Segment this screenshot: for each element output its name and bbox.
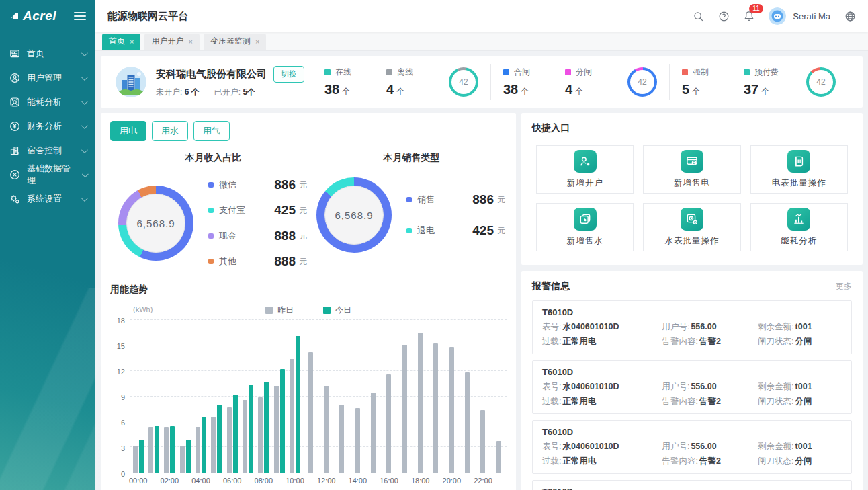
tile-electric-meter-batch[interactable]: 电表批量操作 [750,145,848,194]
sidebar-item-system-settings[interactable]: 系统设置 [0,187,95,211]
alarm-card[interactable]: T6010D 表号:水040601010D 用户号:556.00 剩余金额:t0… [532,420,852,474]
user-add-icon [574,150,597,173]
user-name[interactable]: Serati Ma [793,11,830,22]
help-icon[interactable] [718,10,730,22]
legend-item: 支付宝425元 [208,203,307,218]
sidebar-item-label: 系统设置 [27,193,62,205]
tile-sell-electricity[interactable]: 新增售电 [643,145,740,194]
alarm-field-balance: 剩余金额:t001 [758,441,842,452]
sidebar-item-label: 用户管理 [27,72,62,84]
legend-item: 微信886元 [208,177,307,192]
tab-close-icon[interactable]: × [255,38,259,46]
chevron-down-icon [81,74,88,81]
sidebar-item-label: 财务分析 [27,120,62,132]
legend-color-dot [406,228,412,233]
sidebar-item-finance-analysis[interactable]: 财务分析 [0,114,95,138]
sidebar-item-home[interactable]: 首页 [0,42,95,66]
alarm-device-id: T6010D [542,307,842,317]
tab-close-icon[interactable]: × [130,38,134,46]
tab-gas[interactable]: 用气 [193,121,230,141]
alarm-field-user-no: 用户号:556.00 [662,321,758,333]
logo-text: Acrel [23,9,56,24]
stat-forced: 强制 5个 [682,67,744,97]
base-data-icon [9,169,20,180]
alarm-panel: 报警信息 更多 T6010D 表号:水040601010D 用户号:556.00… [521,271,863,490]
stat-closed: 合闸 38个 [503,67,565,97]
tab-water[interactable]: 用水 [152,121,188,141]
alarm-field-user-no: 用户号:556.00 [662,441,758,452]
stat-prepaid: 预付费 37个 [744,67,806,97]
tab-electricity[interactable]: 用电 [110,121,146,141]
tab-close-icon[interactable]: × [188,38,192,46]
sidebar-item-base-data[interactable]: 基础数据管理 [0,163,95,187]
legend-color-square [503,69,509,75]
alarm-field-overload: 过载:正常用电 [542,336,662,348]
chevron-down-icon [81,171,88,177]
sidebar-item-user-management[interactable]: 用户管理 [0,66,95,90]
alarm-field-switch-state: 闸刀状态:分闸 [758,396,842,407]
x-axis-labels: 00:0002:0004:0006:0008:0010:0012:0014:00… [130,473,507,487]
tab-home[interactable]: 首页 × [102,34,140,50]
logo-row: Acrel [0,0,95,32]
dashboard-icon [9,48,20,59]
tile-energy-analysis[interactable]: 能耗分析 [750,203,848,251]
online-ratio-donut: 42 [449,67,478,97]
tile-water-meter-batch[interactable]: 水表批量操作 [643,203,740,251]
chevron-down-icon [81,122,88,129]
quick-entry-tiles: 新增开户 新增售电 [532,142,852,255]
y-axis-labels: 0369121518 [110,320,130,473]
legend-color-dot [208,182,214,188]
alarm-field-overload: 过载:正常用电 [542,456,662,467]
monthly-income-chart: 本月收入占比 6,568.9 微信886元 支付宝425元 现金888元 其他8… [110,152,308,269]
company-info: 安科瑞电气股份有限公司 切换 未开户: 6 个 已开户: 5个 [156,66,304,98]
more-link[interactable]: 更多 [836,281,852,292]
legend-yesterday[interactable]: 昨日 [265,304,294,316]
alarm-card[interactable]: T6010D 表号:水040601010D 用户号:556.00 剩余金额:t0… [532,300,852,354]
alarm-field-meter-no: 表号:水040601010D [542,381,662,393]
alarm-field-content: 告警内容:告警2 [662,336,758,348]
sidebar-item-label: 首页 [27,48,44,60]
finance-icon [9,121,20,132]
alarm-device-id: T6010D [542,367,842,377]
alarm-field-meter-no: 表号:水040601010D [542,321,662,333]
alarm-field-overload: 过载:正常用电 [542,396,662,407]
page-title: 能源物联网云平台 [107,10,188,23]
switch-ratio-donut: 42 [627,67,657,97]
gear-icon [9,194,20,204]
stat-open: 分闸 4个 [565,67,627,97]
trend-chart-title: 用能趋势 [110,284,507,296]
prepaid-ratio-donut: 42 [806,67,836,97]
opened-stat: 已开户: 5个 [214,87,255,98]
tile-new-account[interactable]: 新增开户 [536,145,634,194]
chart-title: 本月销售类型 [316,152,507,164]
sidebar: Acrel 首页 用户管理 能耗分析 [0,0,95,490]
alarm-device-id: T6010D [542,427,842,437]
income-donut: 6,568.9 [118,186,193,261]
language-globe-icon[interactable] [844,10,856,22]
alarm-field-switch-state: 闸刀状态:分闸 [758,456,842,467]
legend-color-square [265,307,273,314]
tab-user-open-account[interactable]: 用户开户 × [144,34,199,50]
avatar[interactable] [769,7,786,25]
alarm-field-balance: 剩余金额:t001 [758,321,842,333]
sidebar-item-dorm-control[interactable]: 宿舍控制 [0,138,95,163]
alarm-device-id: T6010D [542,487,842,490]
alarm-card[interactable]: T6010D 表号:水040601010D 用户号:556.00 剩余金额:t0… [532,360,852,414]
tile-sell-water[interactable]: 新增售水 [536,203,634,251]
company-avatar [116,67,146,97]
energy-analysis-icon [787,208,810,231]
sidebar-item-energy-analysis[interactable]: 能耗分析 [0,90,95,114]
notifications-bell-icon[interactable]: 11 [743,10,755,22]
legend-item: 其他888元 [208,254,307,269]
chevron-down-icon [81,195,88,202]
online-offline-section: 在线 38个 离线 4个 42 [312,67,490,97]
switch-company-button[interactable]: 切换 [273,66,304,83]
alarm-card[interactable]: T6010D 表号:水040601010D 用户号:556.00 剩余金额:t0… [532,480,852,490]
legend-today[interactable]: 今日 [323,304,351,316]
monthly-sales-chart: 本月销售类型 6,568.9 销售886元 退电425元 [308,152,507,269]
menu-collapse-icon[interactable] [74,10,86,22]
search-icon[interactable] [692,10,704,22]
bar-plot-area [130,320,507,473]
alarm-list: T6010D 表号:水040601010D 用户号:556.00 剩余金额:t0… [532,300,852,490]
tab-transformer-monitor[interactable]: 变压器监测 × [204,34,266,50]
